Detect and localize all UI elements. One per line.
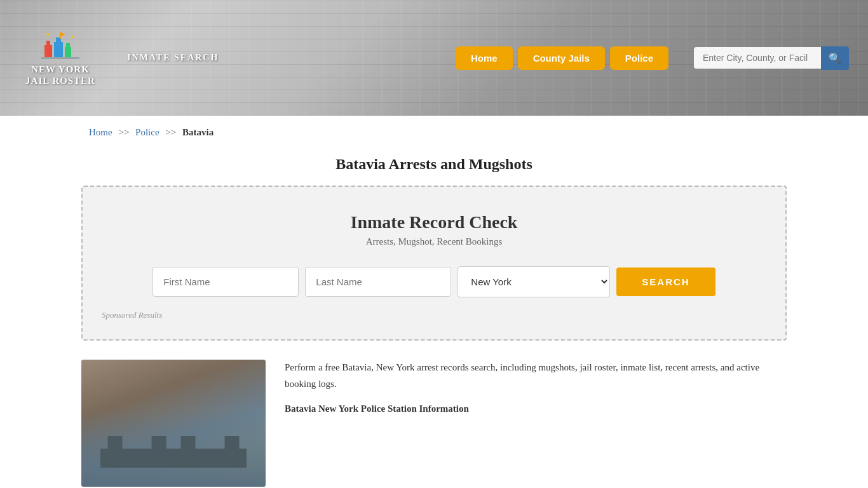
nav-home-button[interactable]: Home — [456, 46, 513, 70]
svg-rect-0 — [44, 45, 52, 58]
record-check-form: AlabamaAlaskaArizonaArkansasCaliforniaCo… — [102, 266, 766, 297]
content-text: Perform a free Batavia, New York arrest … — [285, 360, 787, 487]
logo-text: NEW YORK JAIL ROSTER — [25, 64, 95, 86]
content-description: Perform a free Batavia, New York arrest … — [285, 360, 787, 392]
record-check-subtitle: Arrests, Mugshot, Recent Bookings — [102, 236, 766, 247]
breadcrumb-separator-2: >> — [165, 127, 176, 137]
main-nav: Home County Jails Police — [456, 46, 668, 70]
svg-point-10 — [72, 36, 74, 38]
record-search-button[interactable]: SEARCH — [616, 268, 715, 296]
breadcrumb-police-link[interactable]: Police — [135, 127, 159, 137]
svg-rect-2 — [54, 42, 63, 58]
site-header: NEW YORK JAIL ROSTER INMATE SEARCH Home … — [0, 0, 868, 116]
svg-rect-6 — [60, 32, 61, 39]
content-area: Perform a free Batavia, New York arrest … — [81, 360, 787, 488]
svg-rect-1 — [46, 41, 50, 46]
sponsored-label: Sponsored Results — [102, 310, 766, 320]
svg-rect-5 — [66, 43, 70, 48]
header-search-input[interactable] — [694, 47, 821, 69]
nav-police-button[interactable]: Police — [610, 46, 668, 70]
last-name-input[interactable] — [305, 267, 451, 297]
svg-rect-4 — [65, 47, 71, 58]
breadcrumb: Home >> Police >> Batavia — [0, 116, 868, 149]
header-search-button[interactable]: 🔍 — [821, 46, 849, 70]
state-select[interactable]: AlabamaAlaskaArizonaArkansasCaliforniaCo… — [458, 266, 610, 297]
record-check-title: Inmate Record Check — [102, 212, 766, 233]
nav-county-jails-button[interactable]: County Jails — [518, 46, 605, 70]
breadcrumb-separator-1: >> — [118, 127, 129, 137]
svg-rect-8 — [41, 57, 79, 59]
page-title: Batavia Arrests and Mugshots — [0, 156, 868, 173]
search-icon: 🔍 — [829, 53, 841, 64]
header-search: 🔍 — [694, 46, 849, 70]
svg-point-9 — [46, 33, 49, 36]
first-name-input[interactable] — [153, 267, 299, 297]
content-sub-heading: Batavia New York Police Station Informat… — [285, 401, 787, 417]
logo-area: NEW YORK JAIL ROSTER — [19, 29, 102, 86]
svg-marker-7 — [61, 32, 65, 36]
castle-decoration — [94, 417, 253, 468]
logo-icon — [41, 29, 79, 61]
image-placeholder — [81, 360, 266, 487]
breadcrumb-current: Batavia — [182, 127, 214, 137]
logo-svg — [41, 29, 79, 61]
inmate-search-label: INMATE SEARCH — [127, 53, 219, 63]
breadcrumb-home-link[interactable]: Home — [89, 127, 112, 137]
record-check-box: Inmate Record Check Arrests, Mugshot, Re… — [81, 186, 787, 341]
content-image — [81, 360, 266, 487]
